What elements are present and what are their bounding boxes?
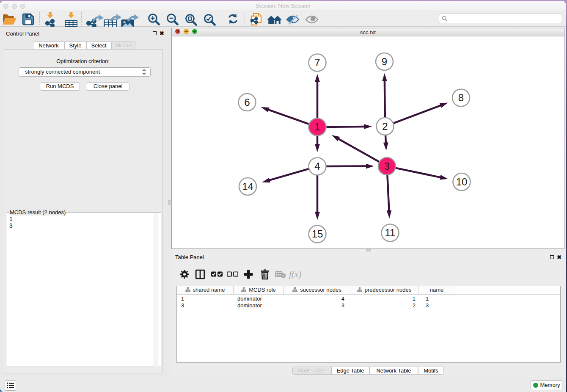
svg-text:9: 9 (382, 56, 387, 67)
svg-text:15: 15 (312, 228, 323, 240)
svg-text:4: 4 (314, 160, 320, 172)
svg-text:14: 14 (242, 181, 253, 192)
svg-text:11: 11 (385, 227, 396, 238)
svg-text:1: 1 (314, 121, 320, 133)
svg-text:8: 8 (458, 92, 464, 103)
svg-text:7: 7 (314, 57, 320, 68)
svg-text:3: 3 (384, 160, 390, 172)
svg-text:10: 10 (456, 176, 468, 188)
svg-text:2: 2 (382, 121, 388, 132)
svg-text:6: 6 (244, 97, 250, 108)
